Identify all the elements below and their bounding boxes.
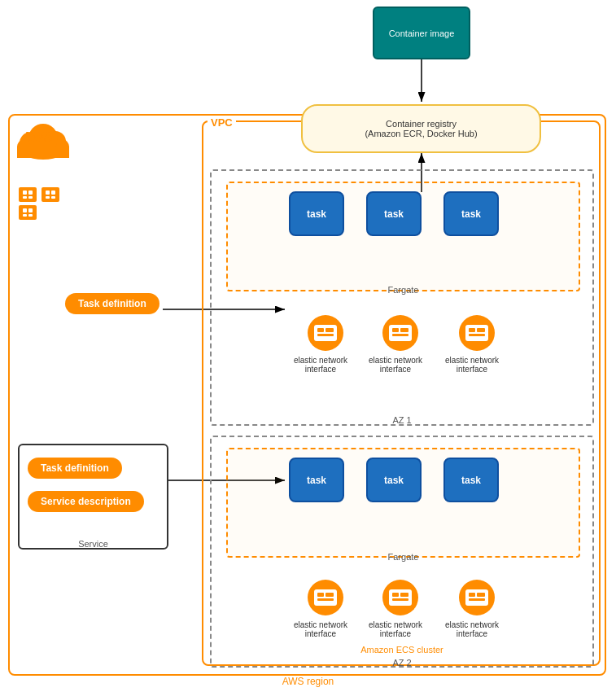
svg-rect-37 (465, 325, 488, 341)
task-box-az1-3: task (443, 191, 499, 236)
eni-label-az2-1: elastic networkinterface (291, 620, 350, 638)
svg-rect-21 (19, 205, 37, 220)
svg-rect-16 (42, 187, 59, 202)
svg-rect-13 (28, 191, 33, 195)
svg-rect-48 (392, 593, 399, 597)
svg-rect-33 (392, 328, 399, 332)
az1-label: AZ 1 (210, 415, 594, 425)
svg-rect-45 (317, 598, 334, 601)
fargate-label-az1: Fargate (226, 285, 580, 295)
service-description-pill[interactable]: Service description (28, 491, 144, 512)
vpc-label: VPC (208, 116, 236, 129)
task-box-az1-1: task (289, 191, 344, 236)
svg-rect-25 (28, 214, 33, 217)
svg-rect-23 (28, 208, 33, 212)
eni-container-az2-3: elastic networkinterface (452, 578, 501, 638)
svg-rect-52 (465, 589, 488, 606)
fargate-label-az2: Fargate (226, 552, 580, 562)
svg-rect-19 (46, 196, 50, 199)
aws-region-label: AWS region (282, 676, 334, 687)
svg-rect-44 (325, 593, 334, 597)
task-box-az2-1: task (289, 458, 344, 502)
container-registry-box: Container registry (Amazon ECR, Docker H… (301, 104, 541, 153)
ecs-cluster-label: Amazon ECS cluster (210, 645, 594, 655)
service-box: Task definition Service description (18, 444, 168, 550)
svg-rect-18 (51, 191, 55, 195)
svg-rect-49 (400, 593, 408, 597)
eni-container-az1-2: elastic networkinterface (376, 313, 425, 374)
svg-rect-28 (317, 328, 324, 332)
svg-rect-38 (469, 328, 475, 332)
task-box-az2-3: task (443, 458, 499, 502)
svg-rect-35 (392, 334, 408, 336)
task-box-az2-2: task (366, 458, 422, 502)
svg-rect-22 (23, 208, 27, 212)
task-definition-pill-top[interactable]: Task definition (65, 293, 159, 314)
svg-rect-53 (469, 593, 475, 597)
svg-rect-24 (23, 214, 27, 217)
service-label: Service (18, 539, 168, 549)
svg-rect-54 (477, 593, 485, 597)
svg-rect-17 (46, 191, 50, 195)
svg-rect-42 (314, 589, 337, 606)
svg-rect-43 (317, 593, 324, 597)
task-definition-pill-service[interactable]: Task definition (28, 458, 122, 479)
svg-rect-47 (389, 589, 412, 606)
eni-label-az1-1: elastic networkinterface (291, 356, 350, 374)
container-image-box: Container image (373, 7, 470, 59)
eni-container-az2-1: elastic networkinterface (301, 578, 350, 638)
eni-container-az1-1: elastic networkinterface (301, 313, 350, 374)
svg-rect-39 (477, 328, 485, 332)
eni-label-az1-2: elastic networkinterface (366, 356, 425, 374)
svg-rect-30 (317, 334, 334, 336)
svg-rect-40 (469, 334, 485, 336)
svg-rect-12 (23, 191, 27, 195)
task-box-az1-2: task (366, 191, 422, 236)
eni-container-az1-3: elastic networkinterface (452, 313, 501, 374)
eni-label-az2-2: elastic networkinterface (366, 620, 425, 638)
svg-rect-11 (19, 187, 37, 202)
eni-label-az1-3: elastic networkinterface (443, 356, 501, 374)
ecs-icon (15, 183, 63, 224)
diagram-container: AWS AWS region VPC Container image (0, 0, 616, 692)
svg-rect-29 (325, 328, 334, 332)
eni-label-az2-3: elastic networkinterface (443, 620, 501, 638)
svg-rect-14 (23, 196, 27, 199)
svg-rect-32 (389, 325, 412, 341)
svg-rect-50 (392, 598, 408, 601)
az2-label: AZ 2 (210, 658, 594, 668)
svg-rect-55 (469, 598, 485, 601)
svg-rect-27 (314, 325, 337, 341)
svg-rect-34 (400, 328, 408, 332)
svg-rect-15 (28, 196, 33, 199)
svg-rect-20 (51, 196, 55, 199)
eni-container-az2-2: elastic networkinterface (376, 578, 425, 638)
